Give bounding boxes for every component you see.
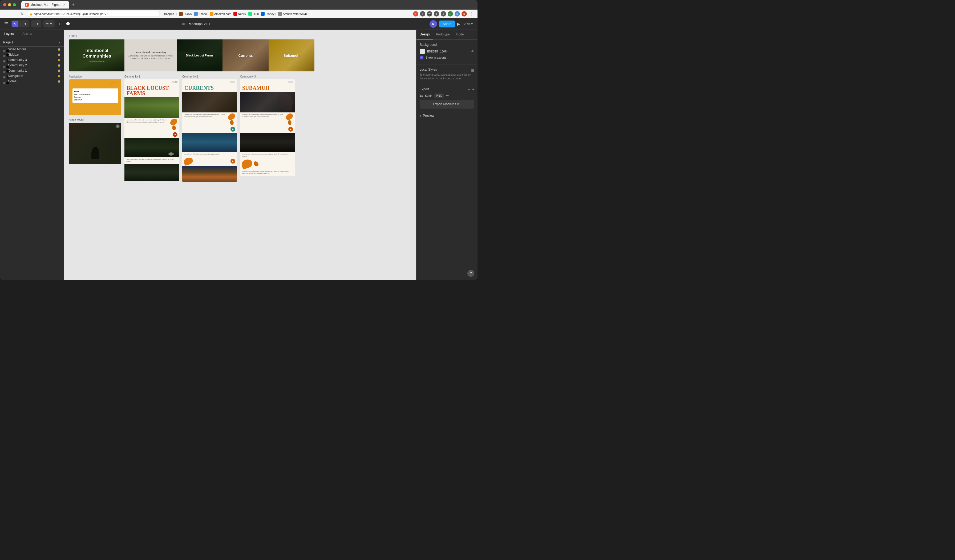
bookmark-disney[interactable]: Disney+ [261,12,276,16]
page-title-chevron[interactable]: ▾ [209,22,210,26]
community3-frame[interactable]: SUBAMUH Lorem ipsum dolor sit amet, cons… [240,80,295,176]
page-selector[interactable]: Page 1 ▾ [0,38,64,47]
bookmark-dosa[interactable]: DOSA [179,12,192,16]
help-button[interactable]: ? [467,270,474,277]
preview-toggle[interactable]: ▶ Preview [416,112,478,120]
active-tab[interactable]: F Mockups V1 – Figma ✕ [21,1,69,9]
comment-tool[interactable]: 💬 [64,21,72,27]
layer-community-2[interactable]: ⊞ Community 2 🔒 [0,63,64,68]
lock-icon: 🔒 [30,13,33,16]
comm2-play-button[interactable]: ▶ [230,127,235,131]
refresh-button[interactable]: ↻ [19,12,25,16]
browser-menu-button[interactable]: ⋮ [468,12,474,16]
layer-video-modul[interactable]: ⊞ Video Modul 🔒 [0,47,64,52]
tab-design[interactable]: Design [416,30,433,39]
layer-community-1[interactable]: ⊞ Community 1 🔒 [0,68,64,73]
tab-close-button[interactable]: ✕ [63,3,66,7]
breadcrumb-all[interactable]: all [182,22,185,26]
bookmark-netflix[interactable]: Netflix [233,12,246,16]
export-settings-row: 1x Suffix PNG ••• [420,94,474,98]
show-exports-checkbox[interactable]: ✓ [420,56,423,59]
close-button[interactable] [3,3,6,6]
navigation-frame[interactable]: Home Black Locust Farms Currents Subamuh [69,80,121,115]
home-banner-frame[interactable]: Intentional Communities scroll for more … [69,39,315,71]
tab-bar: F Mockups V1 – Figma ✕ + [21,1,474,9]
bookmark-school[interactable]: School [194,12,208,16]
community1-frame[interactable]: BLACK LOCUST FARMS Lorem ipsum dolor sit… [124,80,179,181]
tab-code[interactable]: Code [453,30,467,39]
nav-item-home[interactable]: Home [74,91,116,92]
back-button[interactable]: ← [3,12,9,16]
export-minus-button[interactable]: − [468,87,470,91]
comm2-bottom-play-button[interactable]: ▶ [230,159,235,164]
community2-section: Community 2 CURRENTS [182,75,237,182]
comm3-play-button[interactable]: ▶ [288,127,293,131]
address-input[interactable]: 🔒 figma.com/file/3BnhSCtHhUc2wTKjTQDu9s/… [27,11,160,17]
canvas[interactable]: Home Intentional Communities scroll for … [64,30,416,280]
share-button[interactable]: Share [439,20,455,27]
tab-title: Mockups V1 – Figma [30,3,61,7]
background-eye-icon[interactable]: 👁 [471,50,474,53]
extension-icon-6[interactable]: N [448,11,453,17]
nav-item-subamuh[interactable]: Subamuh [74,99,116,101]
extension-icon-1[interactable]: ♥ [413,11,418,17]
layer-home[interactable]: ⊞ Home 🔒 [0,78,64,84]
comm1-nature-image [124,138,179,157]
extension-icon-5[interactable]: ⊡ [441,11,446,17]
banner-currents-text: Currents [238,53,253,58]
extension-icon-4[interactable]: ⊞ [434,11,439,17]
figma-menu-button[interactable]: ☰ [3,20,9,27]
text-tool[interactable]: T [57,21,62,27]
export-format[interactable]: PNG [434,94,444,98]
tab-prototype[interactable]: Prototype [433,30,453,39]
new-tab-button[interactable]: + [70,2,77,7]
community2-frame[interactable]: CURRENTS Lorem ipsum dolor sit amet, con… [182,80,237,182]
comm1-play-button[interactable]: ▶ [173,132,177,137]
page-title[interactable]: Mockups V1 [189,22,208,26]
move-tool[interactable]: ↖ [12,21,19,27]
pen-tool[interactable]: ✒ ▾ [44,21,53,27]
shape-tool[interactable]: □ ▾ [32,21,40,27]
background-hex[interactable]: E5E5E5 [427,50,438,53]
bookmark-amazon[interactable]: Amazon.com [210,12,231,16]
tab-layers[interactable]: Layers [0,30,18,38]
export-options-button[interactable]: ••• [446,94,449,97]
banner-black-locust[interactable]: Black Locust Farms [177,39,222,71]
present-button[interactable]: ▶ [457,22,460,26]
bookmark-archive[interactable]: Archive with Wayb... [278,12,309,16]
maximize-button[interactable] [13,3,16,6]
bookmark-hulu[interactable]: Hulu [248,12,259,16]
extension-icon-8[interactable]: N [462,11,467,17]
export-button[interactable]: Export Mockups V1 [420,100,474,108]
lock-icon: 🔒 [58,80,61,83]
export-scale[interactable]: 1x [420,94,423,97]
banner-subamuh[interactable]: Subamuh [269,39,315,71]
video-modul-frame[interactable]: ✕ [69,123,121,164]
tab-assets[interactable]: Assets [18,30,36,38]
forward-button[interactable]: → [11,12,17,16]
banner-def-text: A group of people who live together or s… [128,55,174,60]
local-styles-add-icon[interactable]: ⊞ [471,68,474,72]
extension-icon-2[interactable]: f [420,11,425,17]
extension-icon-7[interactable]: N [455,11,460,17]
layer-community-3[interactable]: ⊞ Community 3 🔒 [0,57,64,63]
background-color-swatch[interactable] [420,49,425,54]
extension-icon-3[interactable]: 📷 [427,11,432,17]
nav-item-currents[interactable]: Currents [74,96,116,98]
minimize-button[interactable] [8,3,11,6]
layer-grid-icon: ⊞ [3,48,6,51]
banner-intentional[interactable]: Intentional Communities scroll for more … [69,39,124,71]
layer-navigation[interactable]: ⊞ Navigation 🔒 [0,73,64,78]
video-close-button[interactable]: ✕ [116,124,120,128]
frame-tool[interactable]: ⊞ ▾ [19,21,28,27]
zoom-control[interactable]: 23% ▾ [462,21,474,27]
layer-name: Sidebar [8,53,56,56]
comm1-leaf-decoration [170,119,177,130]
export-plus-button[interactable]: + [472,87,474,91]
export-suffix[interactable]: Suffix [425,94,432,97]
layer-name: Home [8,80,56,83]
nav-item-black-locust[interactable]: Black Locust Farms [74,94,116,95]
layer-sidebar[interactable]: ⊞ Sidebar 🔒 [0,52,64,57]
banner-currents[interactable]: Currents [222,39,268,71]
bookmark-apps[interactable]: ⊞ Apps [164,12,174,16]
